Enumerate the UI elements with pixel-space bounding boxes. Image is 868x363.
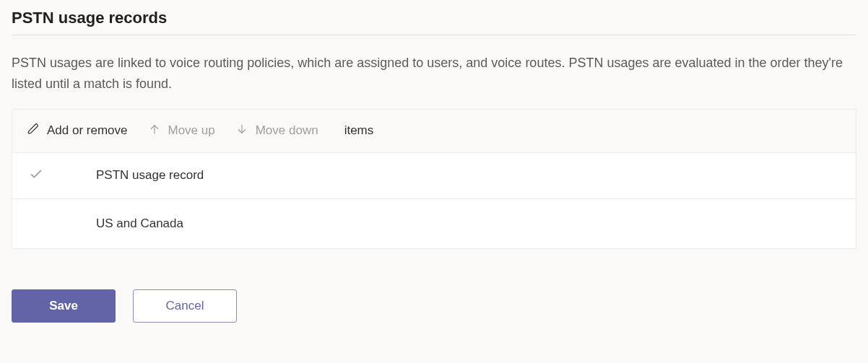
usage-records-panel: Add or remove Move up Move down items (12, 109, 856, 249)
action-bar: Save Cancel (12, 289, 856, 323)
move-up-button[interactable]: Move up (148, 123, 215, 139)
check-icon (28, 166, 44, 185)
items-count-label: items (344, 123, 374, 138)
page-description: PSTN usages are linked to voice routing … (12, 53, 856, 95)
add-or-remove-button[interactable]: Add or remove (27, 123, 128, 139)
move-down-label: Move down (256, 123, 318, 138)
move-up-label: Move up (168, 123, 215, 138)
select-all-column[interactable] (28, 166, 96, 185)
cancel-button[interactable]: Cancel (133, 289, 237, 323)
save-button[interactable]: Save (12, 289, 116, 323)
column-header-name: PSTN usage record (96, 168, 204, 183)
row-name-cell: US and Canada (96, 217, 183, 231)
page-title: PSTN usage records (12, 9, 856, 35)
table-header-row: PSTN usage record (12, 153, 856, 199)
pencil-icon (27, 123, 40, 139)
add-or-remove-label: Add or remove (47, 123, 128, 138)
arrow-up-icon (148, 123, 161, 139)
toolbar: Add or remove Move up Move down items (12, 110, 856, 153)
move-down-button[interactable]: Move down (235, 123, 318, 139)
table-row[interactable]: US and Canada (12, 199, 856, 248)
arrow-down-icon (235, 123, 248, 139)
